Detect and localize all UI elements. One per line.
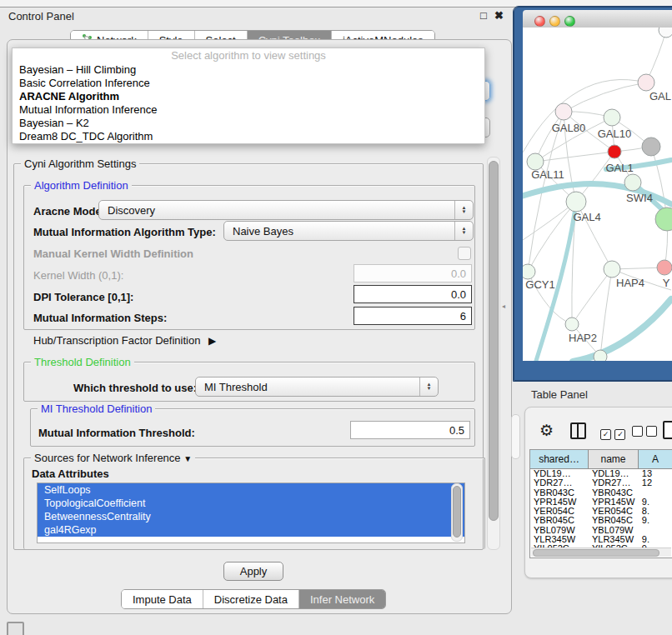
tab-discretize-data[interactable]: Discretize Data [203, 590, 298, 608]
table-row[interactable]: YER054CYER054C8. [530, 507, 672, 516]
deselect-all-columns-icon[interactable] [632, 425, 657, 440]
collapsed-panel-icon[interactable] [7, 622, 24, 635]
hub-definition-toggle[interactable]: Hub/Transcription Factor Definition ▶ [33, 334, 216, 347]
table-cell: 8. [639, 507, 672, 516]
combo-spinner-icon[interactable]: ▲▼ [419, 378, 438, 396]
table-row[interactable]: YBR045CYBR045C9. [530, 516, 672, 525]
column-header-a[interactable]: A [639, 450, 672, 468]
tab-impute-data[interactable]: Impute Data [122, 590, 203, 608]
attribute-item-selfloops[interactable]: SelfLoops [38, 483, 464, 497]
application-root: Control Panel □ ✖ NetworkStyleSelectCyni… [0, 0, 672, 635]
network-edge[interactable] [564, 82, 646, 112]
mi-type-combo[interactable]: Naive Bayes ▲▼ [223, 221, 474, 241]
table-cell: YDL19… [530, 469, 589, 478]
table-row[interactable]: YDL19…YDL19…13 [530, 469, 672, 478]
network-node-gal1[interactable] [608, 145, 621, 158]
split-columns-icon[interactable] [570, 422, 586, 439]
network-node[interactable] [642, 138, 660, 156]
table-hscrollbar[interactable] [531, 548, 671, 557]
which-threshold-combo[interactable]: MI Threshold ▲▼ [195, 377, 439, 397]
network-node-y[interactable] [657, 260, 672, 275]
dpi-tolerance-label: DPI Tolerance [0,1]: [33, 291, 133, 303]
apply-button[interactable]: Apply [223, 562, 283, 581]
network-node-hap2[interactable] [565, 318, 579, 331]
table-settings-gear-icon[interactable]: ⚙ [539, 421, 554, 440]
table-row[interactable]: YBR043CYBR043C [530, 488, 672, 498]
close-panel-icon[interactable]: ✖ [494, 9, 504, 22]
gutter-scrollbar-thumb[interactable] [511, 414, 520, 459]
close-window-icon[interactable] [534, 16, 545, 27]
network-node-hap4[interactable] [604, 261, 620, 278]
manual-kernel-checkbox[interactable] [458, 247, 471, 260]
table-row[interactable]: YLR345WYLR345W9. [530, 535, 672, 544]
table-cell: YDR27… [530, 478, 589, 488]
attr-list-scrollbar[interactable] [451, 483, 463, 542]
network-edge[interactable] [573, 299, 671, 361]
network-window-titlebar[interactable] [523, 10, 672, 28]
network-node-gal[interactable] [638, 74, 654, 91]
network-node-gal11[interactable] [527, 153, 544, 170]
mi-steps-field[interactable]: 6 [354, 307, 472, 325]
float-panel-icon[interactable]: □ [480, 9, 487, 22]
divider-collapse-icon[interactable]: ◂ [502, 302, 505, 310]
select-all-columns-icon[interactable]: ✓ ✓ [600, 425, 625, 440]
sources-toggle[interactable]: Sources for Network Inference ▼ [31, 452, 195, 464]
network-edge[interactable] [535, 152, 614, 162]
table-row[interactable]: YDR27…YDR27…12 [530, 478, 672, 488]
network-node[interactable] [655, 208, 672, 231]
mi-threshold-field[interactable]: 0.5 [350, 421, 470, 439]
combo-spinner-icon[interactable]: ▲▼ [454, 201, 473, 219]
new-table-icon[interactable] [663, 421, 672, 439]
node-label: GAL11 [531, 168, 564, 181]
tab-label: Discretize Data [214, 593, 288, 606]
expand-arrow-icon: ▶ [203, 335, 216, 347]
table-cell [639, 488, 672, 498]
aracne-mode-combo[interactable]: Discovery ▲▼ [98, 200, 474, 220]
dropdown-placeholder: Select algorithm to view settings [13, 48, 484, 63]
network-node-gal4[interactable] [566, 192, 586, 212]
network-node-gal80[interactable] [555, 103, 572, 120]
group-title: Algorithm Definition [31, 179, 132, 192]
network-edge[interactable] [572, 269, 612, 324]
dropdown-item-bayesian-hill-climbing[interactable]: Bayesian – Hill Climbing [13, 63, 484, 77]
network-node-gal10[interactable] [604, 109, 620, 126]
table-row[interactable]: YBL079WYBL079W [530, 526, 672, 535]
dropdown-item-mutual-information-inference[interactable]: Mutual Information Inference [13, 103, 484, 117]
attr-scrollbar-thumb[interactable] [453, 486, 461, 538]
node-label: Y [663, 277, 670, 289]
column-header-shared[interactable]: shared… [530, 450, 589, 468]
settings-scrollbar[interactable] [487, 157, 500, 550]
data-attributes-list[interactable]: SelfLoopsTopologicalCoefficientBetweenne… [37, 482, 465, 543]
network-edge[interactable] [523, 80, 646, 153]
dpi-tolerance-field[interactable]: 0.0 [354, 285, 472, 303]
attribute-item-gal4rgexp[interactable]: gal4RGexp [38, 523, 464, 537]
kernel-width-field[interactable]: 0.0 [354, 264, 472, 282]
network-view[interactable]: GALGAL80GAL10GAL1GAL11SWI4GAL4GCY1HAP4YH… [523, 28, 672, 361]
table-cell: YER054C [530, 507, 589, 516]
dropdown-item-bayesian-k2[interactable]: Bayesian – K2 [13, 117, 484, 130]
table-row[interactable]: YPR145WYPR145W9. [530, 498, 672, 507]
attribute-item-betweennesscentrality[interactable]: BetweennessCentrality [38, 510, 464, 523]
dropdown-item-aracne-algorithm[interactable]: ARACNE Algorithm [13, 90, 484, 103]
network-node-swi4[interactable] [624, 174, 641, 191]
algorithm-dropdown-popup: Select algorithm to view settings Bayesi… [12, 48, 485, 144]
dropdown-item-dream8-dc-tdc-algorithm[interactable]: Dream8 DC_TDC Algorithm [13, 130, 484, 143]
network-node[interactable] [659, 28, 672, 38]
column-header-name[interactable]: name [589, 450, 639, 468]
network-node[interactable] [594, 350, 607, 361]
minimize-window-icon[interactable] [549, 16, 560, 27]
dropdown-item-basic-correlation-inference[interactable]: Basic Correlation Inference [13, 77, 484, 90]
table-hscrollbar-thumb[interactable] [533, 549, 659, 557]
combo-spinner-icon[interactable]: ▲▼ [454, 222, 473, 240]
tab-infer-network[interactable]: Infer Network [298, 590, 385, 608]
node-table[interactable]: shared…nameA YDL19…YDL19…13YDR27…YDR27…1… [529, 449, 672, 558]
network-node-gcy1[interactable] [523, 264, 535, 279]
table-cell: YLR345W [530, 535, 589, 544]
split-divider [577, 424, 579, 438]
table-cell: YDR27… [589, 478, 639, 488]
table-cell: YBL079W [530, 526, 589, 535]
collapse-arrow-icon: ▼ [183, 454, 192, 463]
zoom-window-icon[interactable] [564, 16, 575, 27]
attribute-item-topologicalcoefficient[interactable]: TopologicalCoefficient [38, 497, 464, 510]
settings-scrollbar-thumb[interactable] [489, 161, 499, 521]
